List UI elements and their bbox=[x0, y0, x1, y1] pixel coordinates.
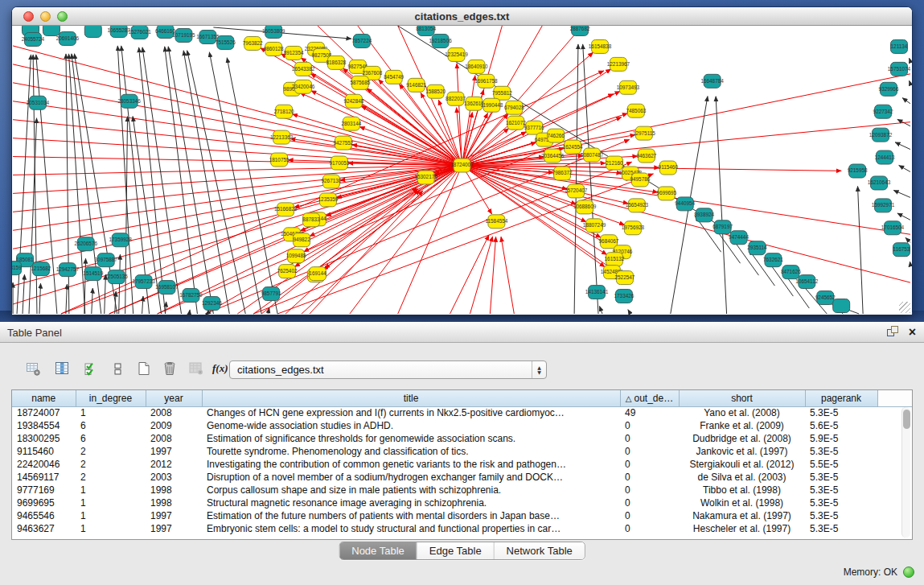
network-node[interactable]: 10973493 bbox=[617, 80, 640, 94]
network-node[interactable]: 1810755 bbox=[269, 153, 290, 167]
table-cell[interactable]: Changes of HCN gene expression and I(f) … bbox=[202, 406, 620, 419]
network-node[interactable]: 12942757 bbox=[56, 263, 80, 277]
network-node[interactable]: 28053346 bbox=[117, 94, 141, 108]
network-node[interactable]: 12213363 bbox=[270, 130, 294, 144]
network-node[interactable]: 17359928 bbox=[109, 233, 132, 247]
network-node[interactable]: 1244413 bbox=[875, 150, 895, 164]
network-node[interactable]: 7986372 bbox=[552, 167, 573, 180]
table-cell[interactable]: 9465546 bbox=[12, 509, 76, 522]
network-node[interactable]: 7515526 bbox=[216, 35, 236, 49]
table-cell[interactable]: 2009 bbox=[146, 419, 202, 432]
network-node[interactable]: 1514519 bbox=[83, 267, 103, 281]
column-header-in-degree[interactable]: in_degree bbox=[76, 390, 146, 406]
network-node[interactable]: 19218506 bbox=[429, 34, 452, 47]
trash-icon[interactable] bbox=[159, 357, 180, 380]
network-node[interactable]: 10688609 bbox=[573, 200, 597, 214]
network-node[interactable]: 16958107 bbox=[155, 281, 179, 295]
table-cell[interactable]: Jankovic et al. (1997) bbox=[679, 445, 805, 458]
network-node[interactable]: 18640910 bbox=[465, 60, 488, 73]
table-cell[interactable]: 0 bbox=[620, 419, 679, 432]
table-cell[interactable]: Hescheler et al. (1997) bbox=[679, 522, 805, 535]
table-cell[interactable]: Embryonic stem cells: a model to study s… bbox=[202, 522, 620, 535]
table-cell[interactable]: 5.3E-5 bbox=[805, 445, 877, 458]
network-node[interactable]: 15276021 bbox=[128, 26, 151, 39]
network-node[interactable]: 169144 bbox=[309, 267, 326, 281]
table-cell[interactable]: 2008 bbox=[146, 432, 202, 445]
table-cell[interactable]: Wolkin et al. (1998) bbox=[679, 496, 805, 509]
network-node[interactable]: 9215958 bbox=[848, 164, 868, 178]
tab-node-table[interactable]: Node Table bbox=[339, 542, 417, 559]
network-node[interactable]: 16154838 bbox=[589, 39, 612, 53]
network-node[interactable]: 9267130 bbox=[322, 175, 342, 188]
table-cell[interactable]: 18300295 bbox=[12, 432, 76, 445]
network-node[interactable]: 9146821 bbox=[406, 78, 426, 92]
network-node[interactable]: 1588520 bbox=[425, 84, 446, 98]
network-node[interactable]: 15751074 bbox=[888, 62, 911, 76]
network-node[interactable]: 16782759 bbox=[179, 289, 203, 303]
table-cell[interactable]: 5.9E-5 bbox=[805, 432, 877, 445]
network-node[interactable]: 887833 bbox=[302, 213, 320, 227]
table-settings-icon[interactable] bbox=[23, 357, 43, 380]
network-node[interactable]: 9440954 bbox=[675, 197, 695, 211]
tab-edge-table[interactable]: Edge Table bbox=[417, 542, 495, 559]
network-node[interactable]: 16961758 bbox=[474, 74, 498, 88]
network-node[interactable]: 7955812 bbox=[492, 86, 512, 100]
network-node[interactable]: 8186328 bbox=[326, 56, 347, 69]
table-row[interactable]: 911546021997Tourette syndrome. Phenomeno… bbox=[12, 445, 912, 458]
table-cell[interactable]: 5.3E-5 bbox=[805, 471, 877, 484]
network-node[interactable]: 9227342 bbox=[873, 105, 893, 118]
network-node[interactable]: 116753 bbox=[893, 243, 910, 257]
network-node[interactable]: 6879197 bbox=[713, 220, 733, 234]
new-table-document-icon[interactable] bbox=[133, 357, 154, 380]
table-cell[interactable]: 1 bbox=[76, 484, 146, 496]
network-node[interactable]: 15720407 bbox=[565, 184, 588, 198]
table-cell[interactable]: 5.3E-5 bbox=[805, 496, 877, 509]
table-cell[interactable]: Disruption of a novel member of a sodium… bbox=[202, 471, 620, 484]
network-node[interactable]: 1215682 bbox=[31, 262, 51, 276]
network-node[interactable]: 26206576 bbox=[75, 237, 98, 251]
network-node[interactable]: 16648784 bbox=[700, 74, 724, 88]
network-node[interactable]: 7632621 bbox=[763, 253, 783, 267]
network-node[interactable]: 9115460 bbox=[659, 161, 679, 175]
table-cell[interactable]: 1 bbox=[76, 496, 146, 509]
network-node[interactable]: 14136141 bbox=[585, 286, 609, 299]
table-cell[interactable]: 6 bbox=[76, 419, 146, 432]
table-cell[interactable]: 0 bbox=[620, 432, 679, 445]
network-node[interactable]: 10807487 bbox=[581, 148, 604, 162]
network-node[interactable]: 746266 bbox=[548, 129, 565, 142]
float-panel-icon[interactable] bbox=[887, 326, 899, 338]
table-cell[interactable]: 1997 bbox=[146, 522, 202, 535]
network-view-window[interactable]: citations_edges.txt 18724007240557242069… bbox=[11, 6, 913, 315]
network-node[interactable]: 8471626 bbox=[781, 266, 801, 279]
table-cell[interactable]: 0 bbox=[620, 496, 679, 509]
network-node[interactable]: 18724007 bbox=[450, 159, 474, 172]
network-node[interactable]: 2935114 bbox=[747, 241, 767, 255]
network-node[interactable]: 1292346 bbox=[202, 297, 222, 311]
network-node[interactable]: 1733426 bbox=[614, 290, 634, 303]
network-node[interactable]: 8912354 bbox=[284, 46, 304, 60]
network-node[interactable]: 1621072 bbox=[506, 116, 526, 130]
table-row[interactable]: 1872400712008Changes of HCN gene express… bbox=[12, 406, 912, 419]
network-node[interactable]: 9474444 bbox=[729, 231, 749, 245]
citation-network-graph[interactable]: 1872400724055724206914061065528715276021… bbox=[12, 26, 912, 315]
table-cell[interactable]: 1997 bbox=[146, 445, 202, 458]
network-node[interactable]: 15166822 bbox=[274, 203, 298, 216]
network-node[interactable]: 23420046 bbox=[292, 80, 315, 93]
table-cell[interactable]: Tourette syndrome. Phenomenology and cla… bbox=[202, 445, 620, 458]
close-panel-icon[interactable]: × bbox=[909, 326, 916, 338]
resize-grip-icon[interactable] bbox=[899, 302, 910, 313]
network-node[interactable]: 1235359 bbox=[318, 193, 339, 207]
network-node[interactable]: 212160 bbox=[606, 156, 623, 170]
table-cell[interactable]: Structural magnetic resonance image aver… bbox=[202, 496, 620, 509]
network-node[interactable]: 18807249 bbox=[583, 219, 606, 233]
table-row[interactable]: 977716911998Corpus callosum shape and si… bbox=[12, 484, 912, 496]
column-header-pagerank[interactable]: pagerank bbox=[805, 390, 877, 406]
network-node[interactable]: 393159 bbox=[12, 262, 22, 275]
table-cell[interactable]: 1 bbox=[76, 406, 146, 419]
network-node[interactable]: 12975115 bbox=[633, 126, 655, 140]
network-node[interactable]: 949822 bbox=[293, 233, 310, 247]
network-node[interactable]: 10719195 bbox=[172, 28, 195, 42]
network-node[interactable]: 15654923 bbox=[626, 199, 649, 212]
column-header-title[interactable]: title bbox=[202, 390, 620, 406]
table-cell[interactable]: 9777169 bbox=[12, 484, 76, 496]
